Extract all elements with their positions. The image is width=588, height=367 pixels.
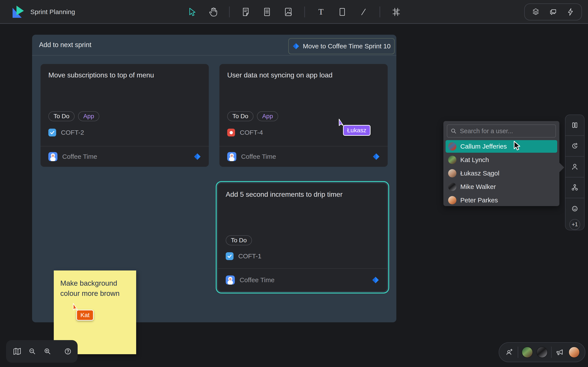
toolbar-divider — [229, 7, 230, 17]
top-bar: Sprint Planning T — [0, 0, 588, 24]
issue-key: COFT-2 — [61, 129, 84, 136]
map-icon[interactable] — [12, 346, 22, 356]
label-badge: App — [78, 111, 99, 121]
presence-bar — [499, 342, 585, 362]
cursor-kat: Kat — [72, 303, 80, 314]
user-list: Callum Jefferies Kat Lynch Łukasz Sągol … — [446, 140, 557, 207]
comments-icon[interactable] — [548, 7, 558, 17]
project-avatar — [227, 152, 236, 161]
toolbar-divider — [304, 7, 305, 17]
user-row-peter[interactable]: Peter Parkes — [446, 194, 557, 207]
smiley-icon[interactable] — [565, 198, 584, 219]
avatar — [448, 156, 456, 164]
issue-key: COFT-4 — [240, 129, 263, 136]
project-name: Coffee Time — [62, 153, 189, 160]
avatar — [448, 142, 456, 150]
avatar-kat[interactable] — [522, 347, 533, 358]
zoom-in-icon[interactable] — [42, 346, 52, 356]
user-name: Mike Walker — [460, 183, 496, 191]
jira-icon — [373, 153, 380, 160]
pill-divider — [551, 347, 552, 358]
user-row-mike[interactable]: Mike Walker — [446, 180, 557, 193]
user-name: Łukasz Sągol — [460, 170, 499, 177]
status-in-progress-icon[interactable] — [227, 129, 235, 136]
user-search-input[interactable] — [460, 127, 552, 135]
sticky-note-text: Make background colour more brown — [60, 279, 119, 297]
user-row-kat[interactable]: Kat Lynch — [446, 154, 557, 166]
cursor-label-lukasz: Łukasz — [343, 125, 371, 136]
board-title: Sprint Planning — [30, 0, 75, 24]
card-title: Add 5 second increments to drip timer — [226, 190, 379, 199]
document-tool-icon[interactable] — [262, 7, 272, 17]
project-avatar — [226, 275, 235, 284]
status-badge: To Do — [226, 235, 252, 245]
checkbox-checked-icon[interactable] — [226, 252, 234, 260]
user-name: Callum Jefferies — [460, 143, 507, 150]
avatar — [448, 183, 456, 191]
status-badge: To Do — [48, 111, 74, 121]
svg-text:T: T — [318, 7, 324, 16]
card-title: User data not syncing on app load — [227, 70, 380, 80]
sticky-note-tool-icon[interactable] — [241, 7, 251, 17]
line-tool-icon[interactable] — [358, 7, 369, 17]
frame-tool-icon[interactable] — [391, 7, 401, 17]
avatar-mike[interactable] — [536, 347, 548, 358]
status-badge: To Do — [227, 111, 253, 121]
right-sidebar: +1 — [565, 115, 585, 230]
move-to-sprint-label: Move to Coffee Time Sprint 10 — [303, 42, 391, 50]
avatar — [448, 196, 456, 204]
overflow-badge[interactable]: +1 — [569, 219, 580, 230]
label-badge: App — [257, 111, 278, 121]
user-name: Peter Parkes — [460, 197, 498, 204]
user-search-box[interactable] — [447, 125, 556, 138]
app-logo-icon — [12, 5, 25, 19]
avatar — [448, 169, 456, 177]
person-icon[interactable] — [565, 157, 584, 177]
text-tool-icon[interactable]: T — [316, 7, 326, 17]
history-icon[interactable] — [565, 136, 584, 157]
rectangle-tool-icon[interactable] — [337, 7, 348, 17]
jira-icon — [194, 153, 201, 160]
avatar-peter[interactable] — [569, 347, 580, 358]
issue-card-coft-2[interactable]: Move subscriptions to top of menu To Do … — [41, 64, 209, 167]
help-icon[interactable] — [63, 346, 73, 356]
select-tool-icon[interactable] — [187, 7, 197, 17]
zap-icon[interactable] — [566, 7, 575, 17]
image-tool-icon[interactable] — [283, 7, 294, 17]
checkbox-checked-icon[interactable] — [48, 129, 56, 136]
pan-tool-icon[interactable] — [208, 7, 218, 17]
toolbar-divider — [380, 7, 380, 17]
layers-icon[interactable] — [531, 7, 540, 17]
jira-icon — [372, 276, 379, 284]
project-name: Coffee Time — [241, 153, 368, 160]
issue-card-coft-4[interactable]: User data not syncing on app load To Do … — [220, 64, 388, 167]
user-row-lukasz[interactable]: Łukasz Sągol — [446, 167, 557, 180]
search-icon — [450, 128, 457, 134]
move-to-sprint-button[interactable]: Move to Coffee Time Sprint 10 — [288, 38, 395, 54]
panel-tail — [559, 162, 564, 173]
pointer-cursor — [512, 141, 521, 152]
org-chart-icon[interactable] — [565, 177, 584, 198]
project-name: Coffee Time — [240, 276, 367, 284]
card-title: Move subscriptions to top of menu — [48, 70, 201, 80]
cursor-label-kat: Kat — [76, 310, 94, 321]
project-avatar — [48, 152, 57, 161]
tool-bar: T — [187, 0, 401, 24]
jira-icon — [293, 43, 299, 50]
megaphone-icon[interactable] — [555, 347, 565, 357]
canvas-controls — [6, 340, 78, 363]
zoom-out-icon[interactable] — [27, 346, 37, 356]
frame-title: Add to next sprint — [39, 41, 91, 49]
invite-user-icon[interactable] — [504, 347, 514, 357]
user-row-callum[interactable]: Callum Jefferies — [446, 140, 557, 153]
pill-divider — [518, 347, 518, 358]
issue-card-coft-1[interactable]: Add 5 second increments to drip timer To… — [218, 183, 387, 291]
topbar-right-group — [524, 3, 582, 20]
user-name: Kat Lynch — [460, 156, 489, 164]
cursor-lukasz: Łukasz — [337, 119, 346, 129]
user-picker-panel: Callum Jefferies Kat Lynch Łukasz Sągol … — [443, 121, 559, 206]
columns-icon[interactable] — [565, 115, 584, 136]
issue-key: COFT-1 — [238, 252, 261, 260]
